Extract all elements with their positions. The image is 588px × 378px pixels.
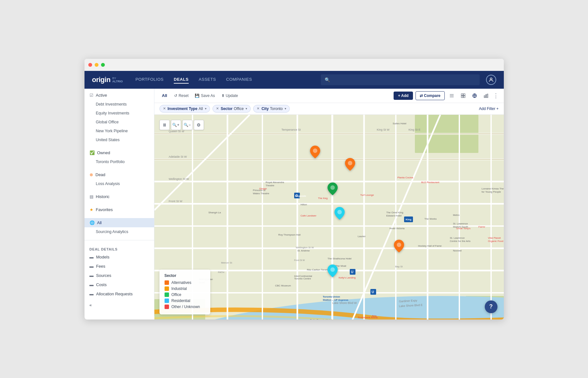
svg-text:U: U (351, 270, 353, 274)
svg-text:U: U (372, 290, 374, 294)
svg-text:Lorraine Kimsa Theatre: Lorraine Kimsa Theatre (482, 187, 504, 190)
list-view-button[interactable] (447, 91, 456, 100)
filter-remove-investment-type[interactable]: ✕ (163, 107, 166, 111)
svg-point-135 (313, 148, 317, 153)
sidebar-item-global-office[interactable]: Global Office (84, 118, 154, 127)
sidebar-divider (84, 240, 154, 240)
svg-text:Kelly's Landing: Kelly's Landing (339, 276, 356, 279)
map-settings-button[interactable]: ⚙ (194, 120, 204, 130)
tab-all[interactable]: All (159, 92, 170, 99)
svg-text:Adelaide St W: Adelaide St W (169, 155, 187, 158)
filter-chip-investment-type[interactable]: ✕ Investment Type All ▾ (159, 105, 210, 113)
filter-dropdown-city[interactable]: ▾ (285, 107, 286, 110)
filter-remove-sector[interactable]: ✕ (216, 107, 219, 111)
map-ctrl-row-top: ⏸ 🔍+ 🔍− ⚙ (159, 120, 204, 130)
sidebar-item-models[interactable]: ▬ Models (84, 252, 154, 262)
sidebar-item-loss-analysis[interactable]: Loss Analysis (84, 179, 154, 188)
search-bar[interactable]: 🔍 (321, 74, 480, 85)
help-button[interactable]: ? (485, 300, 497, 313)
sidebar-item-equity-investments[interactable]: Equity Investments (84, 109, 154, 118)
map-pin-2[interactable] (345, 158, 355, 172)
map-pin-5[interactable] (394, 240, 404, 254)
sidebar-item-all[interactable]: 🌐 All (84, 218, 154, 227)
x-circle-icon: ⊗ (90, 172, 93, 177)
sidebar-item-active[interactable]: ☑ Active (84, 91, 154, 100)
reset-button[interactable]: ↺ Reset (172, 92, 190, 99)
search-input[interactable] (333, 77, 476, 82)
filter-remove-city[interactable]: ✕ (257, 107, 260, 111)
svg-rect-10 (485, 94, 486, 97)
add-button[interactable]: + Add (394, 92, 413, 100)
models-icon: ▬ (90, 255, 94, 259)
chart-view-button[interactable] (482, 91, 490, 100)
filter-chip-city[interactable]: ✕ City Toronto ▾ (253, 105, 290, 113)
compare-button[interactable]: ⇄ Compare (416, 91, 444, 100)
sidebar-item-costs[interactable]: ▬ Costs (84, 280, 154, 289)
browser-dot-green[interactable] (101, 63, 105, 67)
map-zoom-out-button[interactable]: 🔍− (182, 120, 193, 130)
svg-text:The Keg: The Keg (318, 197, 328, 200)
svg-text:Ginger: Ginger (259, 187, 267, 190)
legend-title: Sector (165, 273, 205, 278)
sidebar-item-sourcing-analytics[interactable]: Sourcing Analytics (84, 227, 154, 236)
map-zoom-in-button[interactable]: 🔍+ (171, 120, 181, 130)
nav-assets[interactable]: ASSETS (199, 76, 216, 84)
nav-companies[interactable]: COMPANIES (226, 76, 252, 84)
sidebar-section-favorites: ★ Favorites (84, 203, 154, 216)
save-as-button[interactable]: 💾 Save As (193, 92, 217, 99)
sources-icon: ▬ (90, 273, 94, 278)
svg-text:Firkin on Harbour: Firkin on Harbour (421, 319, 441, 320)
sidebar-item-united-states[interactable]: United States (84, 135, 154, 144)
sidebar-item-allocation-requests[interactable]: ▬ Allocation Requests (84, 289, 154, 299)
svg-text:Front St W: Front St W (169, 200, 183, 203)
sidebar-item-toronto-portfolio[interactable]: Toronto Portfolio (84, 157, 154, 166)
sidebar-item-sources[interactable]: ▬ Sources (84, 271, 154, 280)
star-icon: ★ (90, 207, 93, 212)
top-navigation: origin BY ALTRIO PORTFOLIOS DEALS ASSETS… (84, 71, 504, 89)
sidebar-item-historic[interactable]: ▤ Historic (84, 192, 154, 201)
map-pin-4[interactable] (335, 207, 345, 221)
browser-dot-red[interactable] (88, 63, 92, 67)
add-filter-button[interactable]: Add Filter + (479, 107, 499, 111)
map-pin-3[interactable] (328, 182, 338, 196)
map-view-button[interactable] (470, 91, 479, 100)
reset-icon: ↺ (174, 93, 177, 98)
allocation-icon: ▬ (90, 292, 94, 296)
nav-deals[interactable]: DEALS (174, 76, 189, 84)
sidebar-item-new-york-pipeline[interactable]: New York Pipeline (84, 127, 154, 135)
svg-point-137 (330, 185, 335, 190)
sidebar-deal-details-label: Deal Details (84, 244, 154, 252)
grid-view-button[interactable] (459, 91, 468, 100)
save-as-icon: 💾 (195, 93, 199, 98)
user-avatar[interactable] (486, 75, 496, 85)
more-options-button[interactable]: ⋮ (493, 92, 499, 99)
sidebar-item-fees[interactable]: ▬ Fees (84, 262, 154, 271)
legend-item-other: Other / Unknown (165, 305, 205, 309)
legend-color-office (165, 292, 169, 297)
svg-point-140 (330, 267, 335, 272)
sidebar-collapse-btn[interactable]: « (84, 300, 154, 310)
svg-text:Turf Lounge: Turf Lounge (360, 194, 374, 196)
map-pin-1[interactable] (310, 146, 320, 160)
legend-item-industrial: Industrial (165, 286, 205, 291)
map-container[interactable]: Queen St W Adelaide St W Wellington St W… (154, 115, 504, 320)
sidebar-item-dead[interactable]: ⊗ Dead (84, 170, 154, 179)
svg-rect-11 (487, 94, 488, 97)
legend-item-alternatives: Alternatives (165, 280, 205, 285)
browser-dot-yellow[interactable] (95, 63, 98, 67)
update-button[interactable]: ⬆ Update (220, 92, 240, 99)
sidebar-item-favorites[interactable]: ★ Favorites (84, 205, 154, 214)
svg-text:St. Andrew: St. Andrew (297, 249, 310, 252)
svg-rect-9 (484, 96, 485, 98)
svg-text:Wellington St W: Wellington St W (296, 246, 314, 249)
filter-dropdown-investment-type[interactable]: ▾ (205, 107, 206, 110)
logo-text: origin (92, 76, 111, 84)
sidebar-item-owned[interactable]: ✅ Owned (84, 148, 154, 157)
sidebar-section-dead: ⊗ Dead Loss Analysis (84, 168, 154, 190)
filter-chip-sector[interactable]: ✕ Sector Office ▾ (213, 105, 251, 113)
map-pin-6[interactable] (328, 265, 338, 278)
filter-dropdown-sector[interactable]: ▾ (246, 107, 247, 110)
nav-portfolios[interactable]: PORTFOLIOS (135, 76, 164, 84)
sidebar-item-debt-investments[interactable]: Debt Investments (84, 100, 154, 109)
map-pause-button[interactable]: ⏸ (159, 120, 170, 130)
